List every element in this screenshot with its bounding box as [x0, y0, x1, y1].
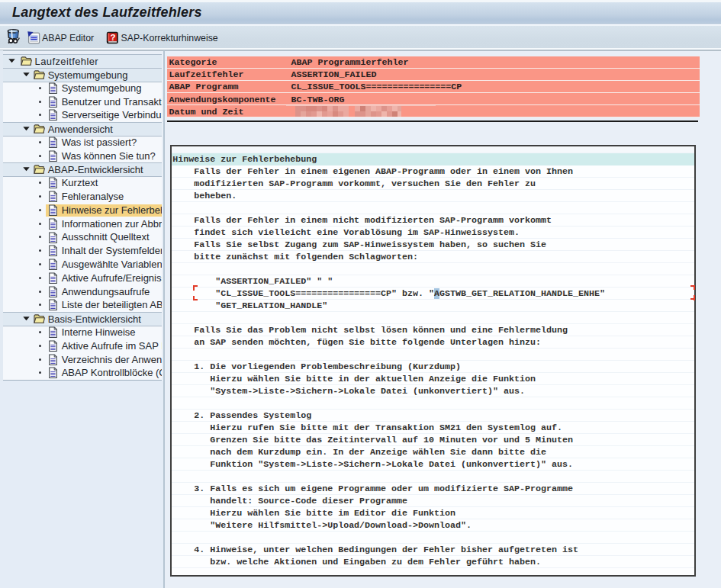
svg-text:?: ?	[110, 33, 115, 42]
